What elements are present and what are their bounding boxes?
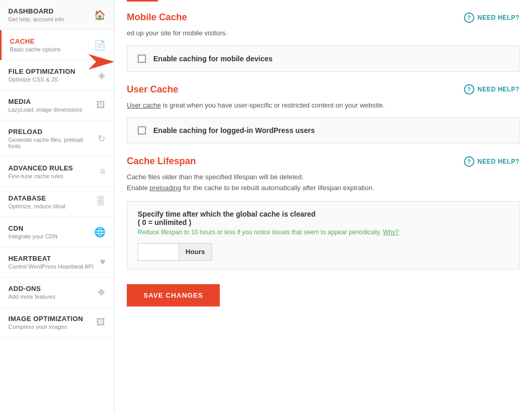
user-cache-title: User Cache: [127, 84, 178, 95]
sidebar-item-advanced-rules[interactable]: ADVANCED RULES Fine-tune cache rules ≡: [0, 157, 114, 187]
sidebar-item-cdn[interactable]: CDN Integrate your CDN 🌐: [0, 217, 114, 247]
sidebar-item-icon-media: 🖼: [96, 100, 105, 111]
mobile-cache-header: Mobile Cache ? NEED HELP?: [127, 12, 520, 23]
sidebar-item-title-media: MEDIA: [8, 98, 92, 105]
sidebar-item-heartbeat[interactable]: HEARTBEAT Control WordPress Heartbeat AP…: [0, 247, 114, 277]
sidebar-item-sub-dashboard: Get help, account info: [8, 16, 90, 22]
sidebar-item-title-heartbeat: HEARTBEAT: [8, 255, 96, 262]
need-help-icon: ?: [464, 12, 474, 23]
user-cache-desc: User cache is great when you have user-s…: [127, 100, 520, 111]
mobile-cache-title: Mobile Cache: [127, 12, 187, 23]
sidebar-item-sub-add-ons: Add more features: [8, 294, 93, 300]
sidebar-item-title-cdn: CDN: [8, 224, 90, 232]
sidebar-item-title-image-optimization: IMAGE OPTIMIZATION: [8, 315, 92, 323]
lifespan-hint: Reduce lifespan to 10 hours or less if y…: [138, 229, 509, 236]
sidebar-item-image-optimization[interactable]: IMAGE OPTIMIZATION Compress your images …: [0, 308, 114, 338]
why-link[interactable]: Why?: [383, 229, 399, 236]
sidebar-item-title-add-ons: ADD-ONS: [8, 285, 93, 292]
mobile-cache-checkbox[interactable]: [138, 55, 146, 63]
sidebar-item-icon-image-optimization: 🖼: [96, 317, 105, 328]
user-cache-help-icon: ?: [464, 84, 474, 95]
sidebar-item-title-cache: CACHE: [10, 37, 90, 45]
cache-lifespan-desc: Cache files older than the specified lif…: [127, 172, 520, 194]
user-cache-header: User Cache ? NEED HELP?: [127, 84, 520, 95]
sidebar-item-icon-add-ons: ❖: [97, 287, 105, 298]
preloading-link[interactable]: preloading: [150, 184, 181, 192]
sidebar-item-title-preload: PRELOAD: [8, 128, 94, 136]
sidebar-item-sub-heartbeat: Control WordPress Heartbeat API: [8, 263, 96, 270]
lifespan-box-title: Specify time after which the global cach…: [138, 210, 509, 227]
lifespan-input[interactable]: [138, 243, 179, 261]
sidebar-item-icon-file-optimization: ◈: [98, 70, 105, 81]
cache-lifespan-header: Cache Lifespan ? NEED HELP?: [127, 156, 520, 167]
user-cache-link[interactable]: User cache: [127, 101, 161, 109]
user-cache-need-help[interactable]: ? NEED HELP?: [464, 84, 520, 95]
cache-lifespan-title: Cache Lifespan: [127, 156, 196, 167]
sidebar-item-cache[interactable]: CACHE Basic cache options 📄: [0, 30, 114, 60]
sidebar-item-preload[interactable]: PRELOAD Generate cache files, preload fo…: [0, 121, 114, 157]
mobile-cache-need-help[interactable]: ? NEED HELP?: [464, 12, 520, 23]
sidebar-item-title-advanced-rules: ADVANCED RULES: [8, 164, 96, 172]
main-content: Mobile Cache ? NEED HELP? ed up your sit…: [114, 0, 532, 413]
user-cache-option-box: Enable caching for logged-in WordPress u…: [127, 117, 520, 143]
sidebar-item-title-file-optimization: FILE OPTIMIZATION: [8, 68, 94, 75]
sidebar-item-sub-cache: Basic cache options: [10, 46, 90, 52]
sidebar-item-icon-heartbeat: ♥: [100, 257, 105, 268]
sidebar-item-title-dashboard: DASHBOARD: [8, 7, 90, 15]
sidebar-item-database[interactable]: DATABASE Optimize, reduce bloat 🗄: [0, 187, 114, 217]
sidebar-item-icon-cache: 📄: [94, 39, 105, 51]
cache-lifespan-help-icon: ?: [464, 156, 474, 167]
sidebar-item-sub-file-optimization: Optimize CSS & JS: [8, 76, 94, 83]
user-cache-checkbox[interactable]: [138, 126, 146, 135]
sidebar-item-sub-preload: Generate cache files, preload fonts: [8, 137, 94, 149]
sidebar-item-title-database: DATABASE: [8, 194, 92, 202]
sidebar: DASHBOARD Get help, account info 🏠 CACHE…: [0, 0, 114, 413]
sidebar-item-sub-advanced-rules: Fine-tune cache rules: [8, 173, 96, 179]
sidebar-item-icon-cdn: 🌐: [94, 227, 105, 238]
cache-lifespan-need-help[interactable]: ? NEED HELP?: [464, 156, 520, 167]
cache-lifespan-box: Specify time after which the global cach…: [127, 201, 520, 270]
mobile-cache-option-box: Enable caching for mobile devices: [127, 46, 520, 72]
sidebar-item-file-optimization[interactable]: FILE OPTIMIZATION Optimize CSS & JS ◈: [0, 60, 114, 90]
sidebar-item-sub-media: LazyLoad, image dimensions: [8, 106, 92, 113]
sidebar-item-sub-image-optimization: Compress your images: [8, 324, 92, 330]
lifespan-unit: Hours: [179, 243, 212, 261]
sidebar-item-icon-dashboard: 🏠: [94, 9, 105, 21]
sidebar-item-add-ons[interactable]: ADD-ONS Add more features ❖: [0, 277, 114, 308]
sidebar-item-dashboard[interactable]: DASHBOARD Get help, account info 🏠: [0, 0, 114, 30]
lifespan-input-row: Hours: [138, 243, 509, 261]
mobile-cache-desc: ed up your site for mobile visitors.: [127, 28, 520, 38]
mobile-cache-label[interactable]: Enable caching for mobile devices: [153, 55, 273, 63]
sidebar-item-icon-preload: ↻: [98, 133, 105, 144]
save-changes-button[interactable]: SAVE CHANGES: [127, 284, 220, 307]
sidebar-item-sub-database: Optimize, reduce bloat: [8, 203, 92, 209]
sidebar-item-icon-database: 🗄: [96, 196, 105, 207]
sidebar-item-media[interactable]: MEDIA LazyLoad, image dimensions 🖼: [0, 90, 114, 121]
sidebar-item-sub-cdn: Integrate your CDN: [8, 233, 90, 239]
user-cache-label[interactable]: Enable caching for logged-in WordPress u…: [153, 126, 315, 135]
sidebar-item-icon-advanced-rules: ≡: [100, 166, 105, 177]
